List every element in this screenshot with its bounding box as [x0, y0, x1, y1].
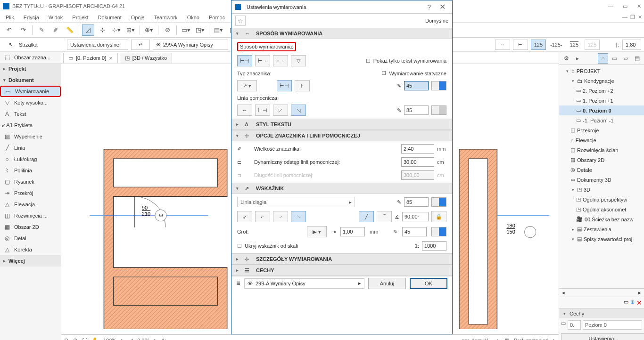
gravity-icon[interactable]: ⊕▾ [143, 24, 155, 36]
marker-none-icon[interactable]: ⊦ [295, 80, 310, 91]
nav-level-0[interactable]: ▭0. Poziom 0 [559, 105, 644, 115]
nav-project-icon[interactable]: ⌂ [598, 53, 608, 64]
nav-kondygnacje[interactable]: ▾🗀Kondygnacje [559, 76, 644, 86]
dim-style-icon[interactable]: ₁² [131, 40, 150, 50]
favorite-icon[interactable]: ☆ [235, 16, 246, 26]
menu-okno[interactable]: Okno [183, 14, 203, 21]
scale-icon[interactable]: 1: [162, 338, 166, 340]
nav-view-icon[interactable]: ▭ [609, 53, 619, 64]
cancel-button[interactable]: Anuluj [368, 278, 406, 289]
trace-icon[interactable]: ▤▾ [212, 24, 224, 36]
witness-gap-icon[interactable]: ◸ [273, 105, 288, 116]
dim-val-2[interactable]: -125- [549, 40, 564, 50]
nav-chevron-icon[interactable]: ▸ [572, 53, 583, 64]
menu-dokument[interactable]: Dokument [94, 14, 125, 21]
nav-elewacje[interactable]: ⌂Elewacje [559, 135, 644, 145]
nav-obszary2d[interactable]: ▨Obszary 2D [559, 155, 644, 165]
ptr-line-icon[interactable]: ╱ [359, 211, 374, 222]
dim-elev-icon[interactable]: ▽ [291, 55, 306, 66]
defaults-field[interactable]: Ustawienia domyślne [67, 40, 128, 50]
grid-icon[interactable]: ⊞▾ [124, 24, 137, 36]
scale-input[interactable]: 1000 [422, 241, 446, 251]
nav-zestawienia[interactable]: ▸▤Zestawienia [559, 224, 644, 234]
tool-elewacja[interactable]: △Elewacja [0, 199, 61, 210]
nav-rozwiniecia[interactable]: ◫Rozwinięcia ścian [559, 145, 644, 155]
doc-minimize-icon[interactable]: — [622, 14, 627, 20]
section-szczegoly[interactable]: ▸⊹SZCZEGÓŁY WYMIAROWANIA [231, 253, 452, 265]
redo-icon[interactable]: ↷ [17, 24, 29, 36]
dim-type-2-icon[interactable]: ⊢ [513, 40, 528, 50]
marker-pen-input[interactable]: 45 [404, 81, 429, 90]
grot-size-input[interactable]: 1,00 [340, 227, 365, 236]
nav-3d-path[interactable]: 🎥00 Ścieżka bez nazw [559, 214, 644, 224]
pointer-pen-input[interactable]: 85 [404, 197, 429, 207]
menu-edycja[interactable]: Edycja [20, 14, 43, 21]
menu-widok[interactable]: Widok [45, 14, 67, 21]
marker-style-dropdown[interactable]: ↗ ▾ [237, 80, 257, 91]
pointer-pen-swatch[interactable] [431, 197, 446, 207]
ptr-arc-icon[interactable]: ⌒ [377, 211, 392, 222]
witness-pen-input[interactable]: 85 [404, 105, 429, 115]
tool-wypelnienie[interactable]: ▨Wypełnienie [0, 131, 61, 142]
nav-layout-icon[interactable]: ▱ [620, 53, 631, 64]
zoom-pct[interactable]: 102% [103, 338, 116, 340]
tool-luk[interactable]: ○Łuk/okrąg [0, 154, 61, 165]
angle-val[interactable]: 0,00° [137, 338, 149, 340]
syringe-icon[interactable]: ✐ [50, 24, 62, 36]
nav-level-2[interactable]: ▭2. Poziom +2 [559, 86, 644, 96]
selection-tool[interactable]: Obszar zazna... [14, 55, 59, 60]
group-wiecej[interactable]: ▸Więcej [0, 255, 61, 267]
grot-pen-input[interactable]: 45 [402, 227, 427, 236]
undo-icon[interactable]: ↶ [3, 24, 15, 36]
edit-plane-icon[interactable]: ◳▾ [194, 24, 206, 36]
nav-3d-persp[interactable]: ◳Ogólna perspektyw [559, 194, 644, 204]
tool-rozwiniecia[interactable]: ◫Rozwinięcia ... [0, 210, 61, 221]
dim-base-icon[interactable]: ○→ [273, 55, 288, 66]
witness-none-icon[interactable]: ↔ [237, 105, 252, 116]
nav-dok3d[interactable]: ▭Dokumenty 3D [559, 175, 644, 185]
scroll-right-icon[interactable]: ▸ [638, 290, 641, 296]
dim-height-field[interactable]: 1,80 [622, 40, 641, 50]
nav-detale[interactable]: ◎Detale [559, 165, 644, 175]
nav-3d-axon[interactable]: ◳Ogólna aksonomet [559, 204, 644, 214]
tool-koty[interactable]: ▽Koty wysoko... [0, 97, 61, 108]
ptr-angle-input[interactable]: 90,00° [402, 212, 429, 221]
zoom-in-icon[interactable]: ⊕ [73, 337, 77, 340]
fit-icon[interactable]: ⛶ [82, 338, 87, 340]
layer-dropdown[interactable]: 👁 299-A Wymiary Opisy ▸ [244, 278, 364, 289]
dim-val-3[interactable]: 125 [567, 40, 582, 50]
section-sposob[interactable]: ▾↔SPOSÓB WYMIAROWANIA [231, 28, 452, 39]
menu-projekt[interactable]: Projekt [68, 14, 92, 21]
tool-etykieta[interactable]: ↙A1Etykieta [0, 120, 61, 131]
menu-opcje[interactable]: Opcje [127, 14, 149, 21]
ruler-icon[interactable]: 📏 [64, 24, 76, 36]
marker-tick-icon[interactable]: ⊢⊣ [277, 80, 292, 91]
pokaz-tekst-check[interactable]: ☐Pokaż tylko tekst wymiarowania [366, 58, 446, 64]
nav-spisy[interactable]: ▾▤Spisy zawartości proj [559, 234, 644, 244]
nav-3d[interactable]: ▾◳3D [559, 185, 644, 194]
tool-detal[interactable]: ◎Detal [0, 233, 61, 244]
cechy-long[interactable]: Poziom 0 [583, 320, 642, 330]
static-check[interactable]: ☐Wymiarowanie statyczne [381, 70, 446, 76]
tool-korekta[interactable]: △Korekta [0, 244, 61, 255]
layer-field[interactable]: 👁 299-A Wymiary Opisy [153, 40, 228, 50]
group-dokument[interactable]: ▾Dokument [0, 74, 61, 86]
dim-linear-icon[interactable]: ⊢⊣ [237, 55, 252, 66]
tool-polilinia[interactable]: ⌇Polilinia [0, 165, 61, 176]
nav-level-1[interactable]: ▭1. Poziom +1 [559, 96, 644, 105]
menu-plik[interactable]: Plik [2, 14, 18, 21]
ptr-shape4-icon[interactable]: ⟍ [291, 211, 306, 222]
maximize-icon[interactable]: ▭ [623, 3, 627, 9]
override-label[interactable]: Brak zastąpień [514, 338, 548, 340]
dim-val-4[interactable]: 125 [585, 40, 600, 50]
cechy-short[interactable]: 0. [568, 320, 581, 330]
snap-icon[interactable]: ⊹ [96, 24, 108, 36]
tool-rysunek[interactable]: ▢Rysunek [0, 176, 61, 187]
zoom-out-icon[interactable]: ⊖ [64, 337, 68, 340]
help-icon[interactable]: ? [424, 3, 434, 11]
tool-obszar2d[interactable]: ▦Obszar 2D [0, 221, 61, 233]
tab-close-icon[interactable]: × [109, 55, 113, 62]
scroll-left-icon[interactable]: ◂ [562, 290, 565, 296]
arrowhead-dropdown[interactable]: ▶ ▾ [307, 226, 327, 237]
dim-val-1[interactable]: 125 [531, 40, 546, 50]
